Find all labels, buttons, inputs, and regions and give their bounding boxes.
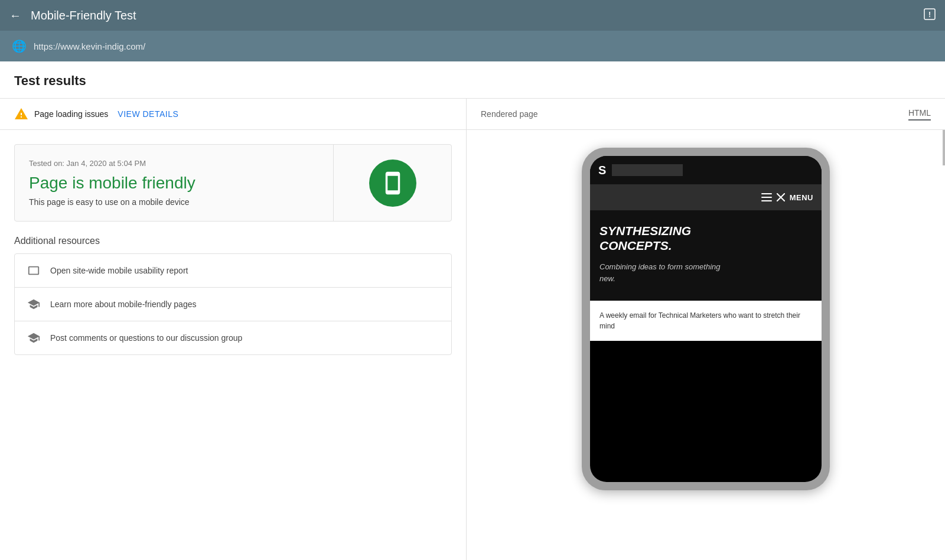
right-panel: S MENU	[467, 130, 945, 560]
bottom-text: A weekly email for Technical Marketers w…	[599, 310, 812, 331]
resources-list: Open site-wide mobile usability report L…	[14, 253, 452, 355]
resource-label: Open site-wide mobile usability report	[50, 266, 188, 275]
list-item[interactable]: Post comments or questions to our discus…	[15, 321, 451, 354]
menu-text: MENU	[790, 193, 813, 202]
warning-bar: Page loading issues VIEW DETAILS	[0, 99, 467, 129]
resource-label: Post comments or questions to our discus…	[50, 333, 242, 343]
warning-text: Page loading issues	[34, 109, 108, 119]
resource-label: Learn more about mobile-friendly pages	[50, 299, 196, 309]
hero-subtitle: Combining ideas to form somethingnew.	[599, 261, 812, 284]
left-scroll-area: Tested on: Jan 4, 2020 at 5:04 PM Page i…	[0, 130, 466, 560]
phone-mockup: S MENU	[582, 148, 830, 490]
test-results-section: Test results	[0, 61, 945, 99]
tested-on-date: Tested on: Jan 4, 2020 at 5:04 PM	[29, 159, 319, 168]
hero-title: SYNTHESIZINGCONCEPTS.	[599, 223, 812, 253]
school-icon	[27, 297, 41, 311]
globe-icon: 🌐	[12, 39, 27, 53]
browser-icon	[27, 263, 41, 278]
rendered-page-header: Rendered page HTML	[467, 99, 945, 129]
back-button[interactable]: ←	[9, 9, 21, 22]
close-icon	[777, 193, 785, 201]
alert-icon[interactable]: !	[924, 8, 936, 22]
list-item[interactable]: Learn more about mobile-friendly pages	[15, 288, 451, 321]
test-results-title: Test results	[14, 73, 86, 88]
site-bottom: A weekly email for Technical Marketers w…	[590, 301, 822, 341]
view-details-link[interactable]: VIEW DETAILS	[118, 109, 178, 119]
html-tab-underline	[908, 119, 931, 121]
svg-text:!: !	[928, 11, 931, 19]
svg-rect-2	[761, 193, 772, 194]
phone-icon	[380, 171, 405, 196]
site-hero: SYNTHESIZINGCONCEPTS. Combining ideas to…	[590, 210, 822, 301]
url-bar: 🌐 https://www.kevin-indig.com/	[0, 31, 945, 61]
page-title: Mobile-Friendly Test	[31, 9, 136, 22]
result-card-icon	[333, 145, 451, 221]
left-panel: Tested on: Jan 4, 2020 at 5:04 PM Page i…	[0, 130, 467, 560]
panels-header: Page loading issues VIEW DETAILS Rendere…	[0, 99, 945, 130]
result-card-left: Tested on: Jan 4, 2020 at 5:04 PM Page i…	[15, 145, 333, 221]
site-nav-bar: MENU	[590, 184, 822, 210]
school-icon-2	[27, 331, 41, 345]
phone-screen: S MENU	[590, 156, 822, 482]
hamburger-icon	[761, 193, 772, 201]
site-header-bar-placeholder	[612, 164, 683, 176]
site-initial: S	[598, 164, 606, 177]
result-card: Tested on: Jan 4, 2020 at 5:04 PM Page i…	[14, 144, 452, 222]
mobile-friendly-desc: This page is easy to use on a mobile dev…	[29, 197, 319, 207]
list-item[interactable]: Open site-wide mobile usability report	[15, 254, 451, 288]
mobile-friendly-title: Page is mobile friendly	[29, 174, 319, 193]
svg-rect-3	[761, 197, 772, 198]
main-content: Tested on: Jan 4, 2020 at 5:04 PM Page i…	[0, 130, 945, 560]
scrollbar-indicator	[943, 130, 945, 165]
rendered-page-label: Rendered page	[481, 109, 538, 119]
mobile-icon-circle	[369, 159, 416, 207]
additional-resources-title: Additional resources	[14, 236, 452, 246]
top-header-bar: ← Mobile-Friendly Test !	[0, 0, 945, 31]
url-display: https://www.kevin-indig.com/	[34, 41, 145, 51]
svg-rect-4	[761, 200, 772, 201]
warning-icon	[14, 107, 28, 121]
html-tab[interactable]: HTML	[908, 108, 931, 121]
site-top-overlay: S	[590, 156, 822, 184]
